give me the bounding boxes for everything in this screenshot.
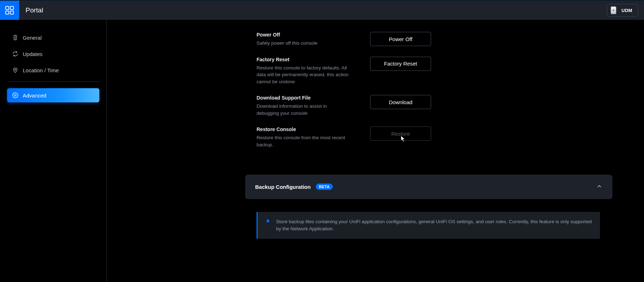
section-title: Backup Configuration [255,184,311,190]
bell-icon [265,219,270,224]
svg-rect-0 [6,6,9,10]
svg-rect-2 [6,11,9,14]
svg-rect-3 [10,11,13,14]
dashboard-icon [5,6,14,15]
chevron-up-icon [596,183,602,191]
sidebar-item-label: Advanced [23,92,46,98]
setting-title: Restore Console [257,126,349,132]
setting-factory-reset: Factory Reset Restore this console to fa… [257,52,644,90]
setting-download-support: Download Support File Download informati… [257,90,644,122]
updates-icon [12,51,18,57]
svg-rect-1 [10,6,13,10]
factory-reset-button[interactable]: Factory Reset [370,57,431,71]
setting-desc: Restore this console to factory defaults… [257,64,349,85]
backup-info-box: Store backup files containing your UniFi… [257,212,600,239]
setting-title: Download Support File [257,95,349,101]
device-icon [611,6,616,14]
setting-desc: Safely power off this console [257,40,349,47]
setting-title: Factory Reset [257,57,349,62]
setting-power-off: Power Off Safely power off this console … [257,27,644,52]
sidebar-item-label: Location / Time [23,67,59,73]
app-logo[interactable] [0,1,19,20]
beta-badge: BETA [316,184,333,190]
sidebar-item-general[interactable]: General [7,30,99,45]
backup-info-text: Store backup files containing your UniFi… [276,218,592,233]
power-off-button[interactable]: Power Off [370,32,431,46]
download-support-button[interactable]: Download [370,95,431,109]
svg-point-7 [15,95,16,96]
sidebar-item-label: General [23,35,42,41]
sidebar-divider [7,81,99,82]
general-icon [12,34,18,41]
setting-restore: Restore Console Restore this console fro… [257,122,644,153]
setting-desc: Download information to assist in debugg… [257,103,349,117]
sidebar-item-advanced[interactable]: Advanced [7,88,99,102]
device-label: UDM [621,8,632,13]
sidebar-item-label: Updates [23,51,43,57]
device-selector[interactable]: UDM [607,4,638,17]
setting-desc: Restore this console from the most recen… [257,134,349,148]
svg-point-6 [15,69,16,70]
setting-title: Power Off [257,32,349,38]
gear-icon [12,92,18,98]
restore-button[interactable]: Restore [370,126,431,141]
page-title: Portal [26,6,43,14]
topbar: Portal UDM [0,0,644,20]
sidebar-item-location-time[interactable]: Location / Time [7,63,99,77]
backup-configuration-header[interactable]: Backup Configuration BETA [245,175,612,199]
sidebar: General Updates Location / Time Advanced [0,20,107,282]
main-content: Power Off Safely power off this console … [107,20,644,282]
location-icon [12,67,18,73]
sidebar-item-updates[interactable]: Updates [7,47,99,61]
